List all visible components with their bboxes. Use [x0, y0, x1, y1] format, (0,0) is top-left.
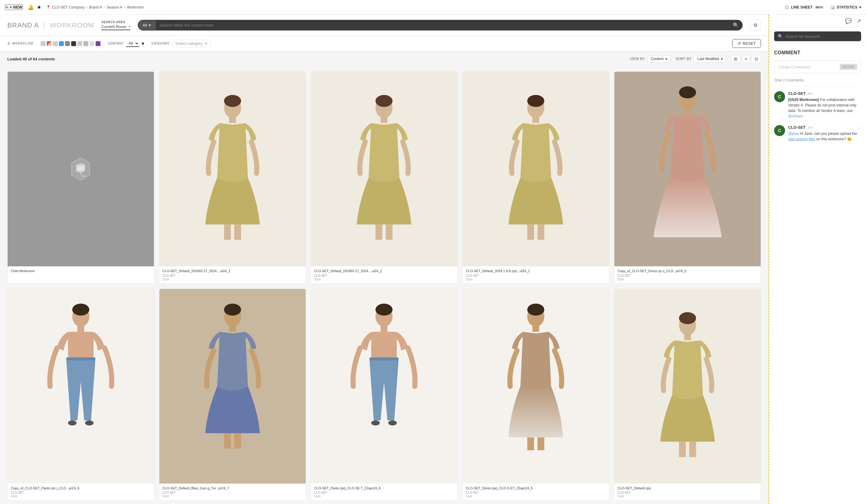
grid-item[interactable]: CLO-SET_Default_202403 27_2024....ul24_1…: [159, 71, 306, 284]
sort-chevron: ▾: [721, 57, 723, 61]
item-brand: CLO-SET: [11, 491, 151, 494]
item-name: Child Workroom: [11, 269, 151, 273]
breadcrumb-company[interactable]: CLO-SET Company: [52, 5, 84, 10]
search-button[interactable]: 🔍: [729, 20, 743, 31]
sort-by-control: SORT BY Last Modified ▾: [676, 55, 726, 62]
grid-item[interactable]: Copy_of_CLO-SET_Dress.zp rj_CLO...pr24_5…: [614, 71, 761, 284]
location-icon: 📍: [46, 5, 51, 10]
total-comments: Total 2 Comments: [774, 78, 861, 86]
svg-rect-18: [386, 225, 393, 240]
svg-rect-21: [533, 116, 539, 123]
comment-section: COMMENT Create Comments ENTER Total 2 Co…: [769, 45, 866, 504]
send-comment-button[interactable]: ENTER: [840, 64, 857, 70]
grid-item[interactable]: CLO-SET_Default.zprj CLO-SET Style: [614, 289, 761, 501]
search-area: SEARCH AREA Current Room ▾: [101, 21, 130, 30]
grid-item[interactable]: CLO-SET_Default_2024.1 8.8.zprj...ul24_1…: [462, 71, 609, 284]
item-type: Style: [466, 278, 606, 281]
svg-rect-39: [234, 433, 241, 448]
svg-point-10: [224, 95, 241, 107]
content-filter: CONTENT All ▾: [108, 40, 144, 47]
notification-icon[interactable]: 🔔: [28, 4, 34, 10]
reset-label: RESET: [743, 41, 756, 46]
search-type-dropdown[interactable]: All ▾: [138, 21, 156, 30]
content-select[interactable]: All: [126, 40, 139, 47]
reset-button[interactable]: ↺ RESET: [732, 39, 761, 48]
breadcrumb-workroom[interactable]: Workroom: [127, 5, 144, 10]
svg-point-20: [528, 95, 544, 107]
chevron-down-icon: ▾: [859, 5, 861, 10]
grid-view-button[interactable]: ⊞: [731, 55, 740, 63]
comment-body: CLO-SET 0m [SS25 Workroom] For collabora…: [788, 91, 861, 119]
breadcrumb-season[interactable]: Season A: [107, 5, 122, 10]
workflow-dot-5[interactable]: [65, 41, 70, 46]
table-view-button[interactable]: ⊟: [752, 55, 761, 63]
item-brand: CLO-SET: [466, 274, 606, 277]
svg-point-46: [388, 421, 397, 426]
filter-button[interactable]: ⚙: [750, 20, 761, 31]
item-thumbnail: [463, 72, 609, 266]
comment-link[interactable]: new season files: [788, 137, 815, 141]
view-by-value: Content: [651, 57, 664, 61]
svg-point-34: [85, 421, 93, 426]
svg-rect-31: [66, 357, 95, 360]
star-icon[interactable]: ★: [37, 4, 41, 10]
item-info: CLO-SET_Default_202403 27_2024....ul24_1…: [159, 266, 306, 283]
item-info: CLO-SET_Default_2024.1 8.8.zprj...ul24_1…: [463, 266, 609, 283]
sort-by-select[interactable]: Last Modified ▾: [694, 55, 726, 62]
grid-item[interactable]: Child Workroom: [7, 71, 154, 284]
grid-item[interactable]: CLO-SET_Pants.zprj_CLO-SE T_22apr24_6 CL…: [311, 289, 458, 501]
workflow-dot-9[interactable]: [89, 41, 95, 46]
comment-more-button[interactable]: ⋮: [856, 125, 861, 131]
search-bar: All ▾ 🔍: [138, 20, 743, 31]
item-brand: CLO-SET: [163, 274, 303, 277]
linesheet-label: LINE SHEET: [791, 5, 812, 10]
svg-point-48: [528, 303, 544, 316]
search-type-value: All: [143, 23, 147, 27]
workflow-dot-4[interactable]: [59, 41, 64, 46]
new-button[interactable]: + + NEW: [5, 4, 23, 10]
svg-point-15: [376, 95, 393, 107]
chat-icon-button[interactable]: 💬: [845, 18, 852, 24]
share-icon-button[interactable]: ↗: [856, 18, 861, 24]
search-area-select[interactable]: Current Room ▾: [101, 24, 130, 30]
right-panel: 💬 ↗ 🔍 COMMENT Create Comments ENTER Tota…: [768, 15, 866, 504]
statistics-button[interactable]: 📊 STATISTICS ▾: [830, 5, 861, 10]
view-by-select[interactable]: Content ▾: [647, 55, 670, 62]
item-name: CLO-SET_Pants.zprj_CLO-SE T_22apr24_6: [314, 486, 454, 490]
comment-item: C CLO-SET 0m [SS25 Workroom] For collabo…: [774, 91, 861, 119]
category-select-button[interactable]: Select category ▾: [172, 40, 211, 47]
item-brand: CLO-SET: [618, 491, 758, 494]
grid-item[interactable]: CLO-SET_Default_Blue_0.pn g_Tur...pr24_7…: [159, 289, 306, 501]
workflow-dot-1[interactable]: [41, 41, 45, 46]
item-info: CLO-SET_Pants.zprj_CLO-SE T_22apr24_6 CL…: [311, 483, 457, 500]
item-info: Copy_of_CLO-SET_Dress.zp rj_CLO...pr24_5…: [614, 266, 760, 283]
workflow-dot-10[interactable]: [96, 41, 100, 46]
grid-item[interactable]: CLO-SET_Dress.zprj_CLO-S ET_22apr24_5 CL…: [462, 289, 609, 501]
workflow-dot-2[interactable]: [47, 41, 52, 46]
comment-highlight: [SS25 Workroom]: [788, 98, 819, 102]
svg-point-25: [679, 86, 696, 98]
workflow-bar: ☰ WORKFLOW CONTENT All ▾: [0, 36, 768, 51]
workflow-dot-8[interactable]: [84, 41, 88, 46]
breadcrumb-brand[interactable]: Brand A: [89, 5, 102, 10]
grid-item[interactable]: Copy_of_CLO-SET_Pants.zpr j_CLO...pr24_6…: [7, 289, 154, 501]
workflow-dot-7[interactable]: [77, 41, 82, 46]
item-brand: CLO-SET: [314, 491, 454, 494]
svg-rect-13: [234, 225, 241, 240]
keyword-search-inner: 🔍: [774, 32, 861, 41]
create-comment-box[interactable]: Create Comments ENTER: [774, 60, 861, 73]
grid-item[interactable]: CLO-SET_Default_202403 27_2024....ul24_2…: [311, 71, 458, 284]
workflow-dot-3[interactable]: [53, 41, 58, 46]
content-label: CONTENT: [108, 42, 124, 45]
comment-author: CLO-SET: [788, 125, 806, 130]
item-thumbnail: [8, 72, 154, 266]
list-view-button[interactable]: ≡: [742, 55, 750, 63]
keyword-search-icon: 🔍: [778, 34, 783, 39]
item-thumbnail: [614, 289, 760, 483]
keyword-input[interactable]: [785, 34, 857, 39]
workflow-dot-6[interactable]: [71, 41, 76, 46]
item-name: CLO-SET_Default_Blue_0.pn g_Tur...pr24_7: [163, 486, 303, 490]
linesheet-button[interactable]: 📋 LINE SHEET BETA: [785, 5, 824, 10]
search-input[interactable]: [156, 21, 729, 30]
comment-body: CLO-SET 2m @jane Hi Jane, can you please…: [788, 125, 861, 142]
